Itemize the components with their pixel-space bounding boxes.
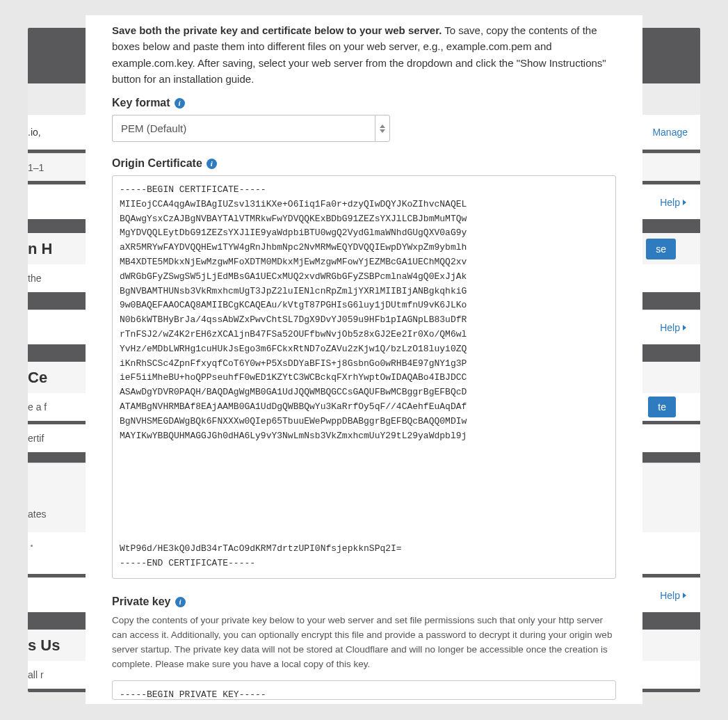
certificate-text-bottom: WtP96d/HE3kQ0JdB34rTAcO9dKRM7drtzUPI0Nfs… [120, 542, 608, 571]
key-format-select[interactable]: PEM (Default) [112, 115, 390, 142]
origin-certificate-textarea[interactable]: -----BEGIN CERTIFICATE----- MIIEojCCA4qg… [112, 175, 616, 579]
private-key-textarea[interactable]: -----BEGIN PRIVATE KEY----- [112, 680, 616, 700]
origin-certificate-label: Origin Certificate i [112, 157, 616, 170]
key-format-value: PEM (Default) [112, 115, 375, 142]
origin-certificate-label-text: Origin Certificate [112, 157, 202, 170]
key-format-label: Key format i [112, 97, 616, 109]
chevron-down-icon [380, 129, 385, 133]
info-icon[interactable]: i [207, 159, 217, 169]
chevron-up-icon [380, 125, 385, 128]
key-format-label-text: Key format [112, 97, 170, 109]
info-icon[interactable]: i [175, 98, 185, 109]
private-key-label-text: Private key [112, 595, 171, 608]
private-key-description: Copy the contents of your private key be… [112, 614, 616, 672]
modal-overlay: Save both the private key and certificat… [0, 0, 728, 720]
select-stepper[interactable] [375, 115, 390, 142]
origin-certificate-modal: Save both the private key and certificat… [86, 15, 642, 704]
private-key-label: Private key i [112, 595, 616, 608]
certificate-text-top: -----BEGIN CERTIFICATE----- MIIEojCCA4qg… [120, 183, 608, 443]
modal-intro-text: Save both the private key and certificat… [112, 22, 616, 87]
private-key-snippet: -----BEGIN PRIVATE KEY----- [120, 689, 266, 700]
info-icon[interactable]: i [175, 597, 186, 607]
intro-bold: Save both the private key and certificat… [112, 24, 442, 36]
